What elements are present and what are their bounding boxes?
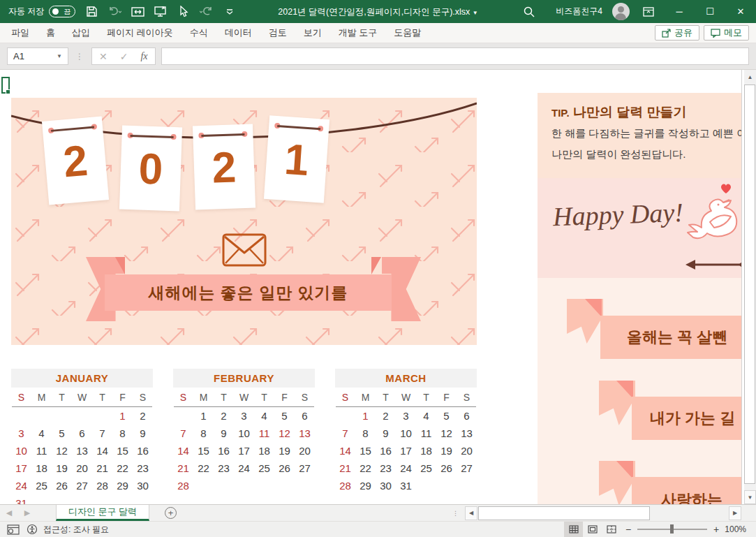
ribbon-tab-bar: 파일홈삽입페이지 레이아웃수식데이터검토보기개발 도구도움말 공유 메모 (0, 23, 756, 43)
memo-button[interactable]: 메모 (704, 25, 749, 41)
ribbon-tab-5[interactable]: 데이터 (216, 23, 260, 43)
calendar-day-cell: 13 (295, 427, 315, 439)
calendar-day-cell: 19 (52, 462, 72, 474)
account-name[interactable]: 비즈폼친구4 (550, 0, 608, 23)
day-header-cell: F (436, 392, 457, 403)
avatar[interactable] (608, 0, 633, 23)
close-button[interactable]: ✕ (725, 0, 756, 23)
ribbon-tab-4[interactable]: 수식 (181, 23, 216, 43)
calendar-week-row: 24252627282930 (11, 477, 153, 494)
minimize-button[interactable]: ─ (664, 0, 695, 23)
vertical-scroll-thumb[interactable] (744, 84, 755, 484)
calendar-day-cell: 22 (355, 462, 376, 474)
calendar-day-cell: 1 (355, 410, 376, 422)
calendar-day-cell: 22 (193, 462, 214, 474)
calendar-day-cell: 15 (355, 445, 376, 457)
day-header-row: SMTWTFS (11, 388, 153, 406)
customize-qat-chevron-icon[interactable] (223, 5, 237, 19)
ribbon-tab-file[interactable]: 파일 (3, 23, 38, 43)
horizontal-scroll-track[interactable] (477, 506, 729, 520)
side-ribbon-message: 올해는 꼭 살뺀 (600, 316, 741, 359)
monitor-share-icon[interactable] (154, 5, 168, 19)
page-layout-view-button[interactable] (583, 522, 602, 537)
scroll-down-icon[interactable]: ▼ (744, 490, 756, 504)
namebox-dropdown-icon[interactable]: ▼ (57, 53, 62, 59)
day-header-cell: T (92, 392, 112, 403)
horizontal-scrollbar[interactable]: ◀ ▶ (465, 505, 741, 522)
calendar-day-cell: 10 (396, 427, 416, 439)
ribbon-tab-2[interactable]: 삽입 (64, 23, 98, 43)
status-bar: 접근성: 조사 필요 − + 100% (0, 521, 756, 537)
confirm-entry-icon[interactable]: ✓ (120, 51, 128, 62)
dove-icon (686, 182, 742, 254)
calendar-day-cell: 6 (72, 427, 92, 439)
year-digit-card: 2 (42, 116, 109, 205)
name-box[interactable]: A1 ▼ (7, 47, 68, 65)
search-icon[interactable] (508, 0, 550, 23)
day-header-row: SMTWTFS (173, 388, 315, 406)
day-header-cell: S (173, 392, 193, 403)
active-cell-selection (1, 77, 10, 94)
zoom-out-button[interactable]: − (621, 524, 636, 535)
share-button[interactable]: 공유 (655, 25, 699, 41)
zoom-level[interactable]: 100% (724, 524, 756, 534)
calendar-day-cell: 2 (133, 410, 153, 422)
autosave-toggle[interactable]: 자동 저장 끔 (8, 6, 75, 17)
card-string-line (51, 126, 94, 131)
ribbon-tab-6[interactable]: 검토 (260, 23, 295, 43)
scrollbar-resize-handle[interactable]: ⋮ (452, 510, 459, 517)
month-calendar-march: MARCHSMTWTFS1234567891011121314151617181… (335, 369, 477, 504)
day-header-cell: S (11, 392, 31, 403)
calendar-week-row: 17181920212223 (11, 459, 153, 477)
ribbon-tab-7[interactable]: 보기 (295, 23, 330, 43)
sheet-nav-right-icon[interactable]: ▶ (18, 508, 36, 517)
new-sheet-button[interactable]: + (165, 507, 177, 519)
accessibility-checker-icon[interactable] (27, 524, 38, 535)
cancel-entry-icon[interactable]: ✕ (99, 51, 108, 62)
ribbon-tab-8[interactable]: 개발 도구 (330, 23, 386, 43)
accessibility-status[interactable]: 접근성: 조사 필요 (43, 524, 109, 536)
calendar-day-cell: 14 (173, 445, 193, 457)
undo-icon (108, 5, 121, 19)
fit-to-window-icon[interactable] (131, 5, 144, 19)
year-banner-graphic: 2021 새해에는 좋은 일만 있기를 (11, 98, 477, 345)
sheet-nav-left-icon[interactable]: ◀ (0, 508, 18, 517)
zoom-in-button[interactable]: + (709, 524, 724, 535)
formula-input[interactable] (161, 47, 749, 65)
ribbon-tab-1[interactable]: 홈 (38, 23, 64, 43)
save-icon[interactable] (84, 5, 98, 19)
page-break-view-button[interactable] (602, 522, 621, 537)
maximize-button[interactable]: ☐ (695, 0, 725, 23)
calendar-day-cell: 19 (274, 445, 295, 457)
formula-bar-row: A1 ▼ ⋮ ✕ ✓ fx (0, 43, 756, 70)
calendar-day-cell: 12 (436, 427, 457, 439)
calendar-day-cell: 17 (11, 462, 31, 474)
worksheet-canvas[interactable]: 2021 새해에는 좋은 일만 있기를 JANUARYSMTWTFS123456… (0, 70, 742, 504)
formula-bar-separator: ⋮ (75, 52, 84, 61)
calendar-day-cell: 18 (416, 445, 436, 457)
calendar-day-cell: 23 (214, 462, 234, 474)
calendar-day-cell: 26 (52, 480, 72, 492)
calendar-day-cell: 30 (376, 480, 396, 492)
calendar-day-cell: 26 (436, 462, 457, 474)
calendar-day-cell: 24 (234, 462, 254, 474)
scroll-left-icon[interactable]: ◀ (465, 506, 477, 520)
calendar-day-cell: 5 (274, 410, 295, 422)
scroll-right-icon[interactable]: ▶ (729, 506, 741, 520)
calendar-day-cell: 8 (112, 427, 133, 439)
ribbon-tab-9[interactable]: 도움말 (385, 23, 429, 43)
ribbon-tab-3[interactable]: 페이지 레이아웃 (98, 23, 181, 43)
autosave-toggle-pill[interactable]: 끔 (49, 6, 75, 17)
macro-record-icon[interactable] (7, 524, 20, 535)
normal-view-button[interactable] (564, 522, 583, 537)
day-header-cell: T (416, 392, 436, 403)
sheet-tab-active[interactable]: 디자인 문구 달력 (56, 505, 149, 521)
zoom-slider[interactable] (637, 529, 707, 530)
zoom-slider-thumb[interactable] (670, 524, 674, 534)
scroll-up-icon[interactable]: ▲ (744, 70, 756, 84)
mouse-cursor-icon[interactable] (177, 5, 191, 19)
insert-function-icon[interactable]: fx (140, 51, 147, 62)
vertical-scrollbar[interactable]: ▲ ▼ (744, 70, 756, 504)
horizontal-scroll-thumb[interactable] (478, 506, 650, 520)
ribbon-display-options-icon[interactable] (633, 0, 664, 23)
